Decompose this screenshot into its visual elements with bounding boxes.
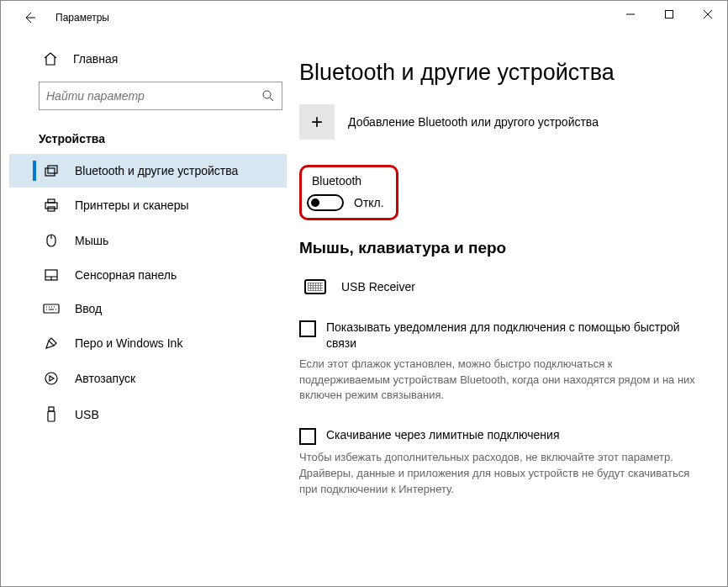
nav-label: Сенсорная панель — [75, 268, 177, 282]
bluetooth-state: Откл. — [354, 196, 384, 209]
svg-rect-12 — [48, 411, 55, 421]
bluetooth-highlight: Bluetooth Откл. — [299, 165, 398, 220]
mouse-icon — [43, 233, 60, 248]
add-device-button[interactable]: + Добавление Bluetooth или другого устро… — [299, 104, 702, 140]
section-header: Устройства — [9, 117, 287, 154]
maximize-button[interactable] — [650, 1, 688, 28]
plus-icon: + — [299, 104, 335, 140]
device-item[interactable]: USB Receiver — [299, 271, 702, 320]
main-panel: Bluetooth и другие устройства + Добавлен… — [287, 34, 727, 586]
nav-label: Мышь — [75, 234, 108, 247]
nav-home-label: Главная — [73, 52, 118, 66]
bluetooth-toggle[interactable] — [307, 194, 344, 211]
keyboard-device-icon — [304, 279, 326, 294]
minimize-button[interactable] — [611, 1, 650, 28]
nav-printers[interactable]: Принтеры и сканеры — [9, 188, 287, 223]
nav-label: Автозапуск — [75, 372, 135, 385]
swift-pair-checkbox[interactable] — [299, 320, 316, 337]
search-icon[interactable] — [261, 89, 275, 103]
toggle-knob — [311, 198, 319, 207]
autoplay-icon — [43, 371, 60, 386]
swift-pair-desc: Если этот флажок установлен, можно быстр… — [299, 357, 702, 405]
nav-label: Bluetooth и другие устройства — [75, 164, 238, 177]
svg-rect-5 — [48, 199, 55, 203]
page-title: Bluetooth и другие устройства — [299, 60, 702, 86]
svg-point-1 — [263, 91, 271, 98]
touchpad-icon — [43, 268, 60, 282]
devices-heading: Мышь, клавиатура и перо — [299, 239, 702, 257]
svg-rect-9 — [44, 304, 59, 313]
home-icon — [43, 51, 58, 66]
window-title: Параметры — [55, 12, 109, 24]
swift-pair-label: Показывать уведомления для подключения с… — [326, 320, 702, 352]
svg-rect-4 — [45, 203, 57, 209]
device-name: USB Receiver — [341, 280, 415, 294]
devices-icon — [43, 164, 60, 177]
svg-point-10 — [45, 373, 57, 384]
search-input[interactable] — [46, 89, 261, 103]
back-button[interactable] — [18, 5, 43, 30]
add-device-label: Добавление Bluetooth или другого устройс… — [348, 115, 599, 129]
pen-icon — [43, 336, 60, 351]
usb-icon — [43, 406, 60, 423]
nav-usb[interactable]: USB — [9, 396, 287, 433]
nav-label: Принтеры и сканеры — [75, 198, 188, 212]
sidebar: Главная Устройства Bluetooth и другие ус… — [1, 34, 287, 586]
bluetooth-label: Bluetooth — [312, 174, 384, 188]
nav-pen[interactable]: Перо и Windows Ink — [9, 325, 287, 361]
nav-home[interactable]: Главная — [9, 43, 287, 75]
nav-label: Перо и Windows Ink — [75, 336, 182, 350]
nav-label: USB — [75, 408, 99, 421]
nav-typing[interactable]: Ввод — [9, 292, 287, 325]
nav-autoplay[interactable]: Автозапуск — [9, 361, 287, 396]
metered-label: Скачивание через лимитные подключения — [326, 427, 559, 443]
nav-touchpad[interactable]: Сенсорная панель — [9, 258, 287, 292]
svg-rect-0 — [666, 11, 673, 19]
nav-label: Ввод — [75, 302, 102, 315]
nav-mouse[interactable]: Мышь — [9, 223, 287, 258]
search-box[interactable] — [39, 82, 282, 110]
nav-bluetooth[interactable]: Bluetooth и другие устройства — [9, 154, 287, 188]
close-button[interactable] — [688, 1, 727, 28]
metered-checkbox[interactable] — [299, 428, 316, 445]
keyboard-icon — [43, 303, 60, 315]
svg-rect-3 — [48, 166, 57, 173]
metered-desc: Чтобы избежать дополнительных расходов, … — [299, 450, 702, 498]
svg-rect-2 — [45, 168, 55, 176]
printer-icon — [43, 198, 60, 213]
svg-rect-11 — [49, 407, 54, 411]
